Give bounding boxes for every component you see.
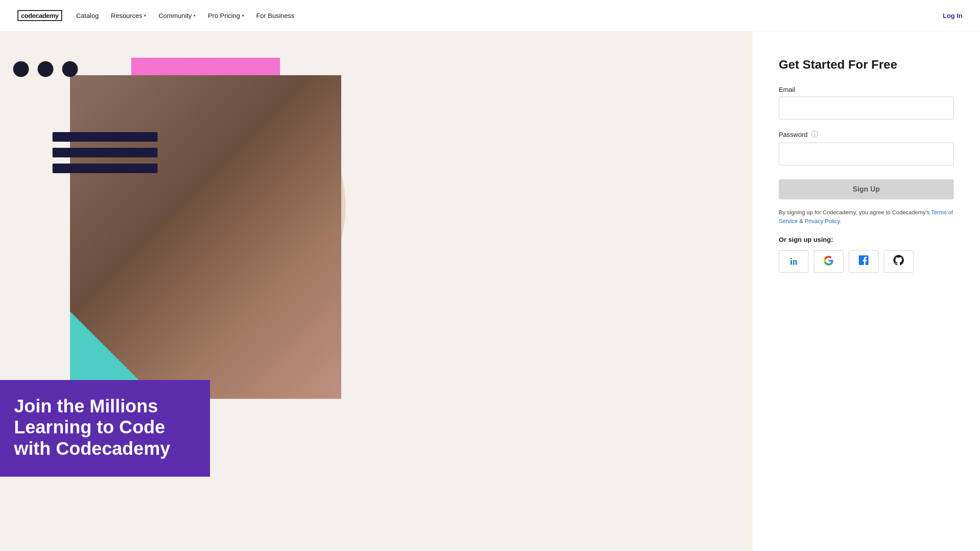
google-icon	[824, 256, 833, 268]
nav-item-pro-pricing[interactable]: Pro Pricing ▾	[208, 12, 244, 19]
dot-1	[13, 61, 29, 77]
linkedin-signup-button[interactable]: in	[779, 250, 808, 273]
community-link[interactable]: Community ▾	[158, 12, 196, 19]
navy-line-2	[52, 148, 158, 157]
hero-headline: Join the Millions Learning to Code with …	[14, 396, 192, 459]
github-icon	[893, 255, 904, 268]
chevron-down-icon: ▾	[242, 13, 244, 18]
community-label: Community	[158, 12, 192, 19]
password-label: Password ⓘ	[779, 130, 954, 139]
hero-section: Join the Millions Learning to Code with …	[0, 31, 752, 551]
navy-line-3	[52, 164, 158, 173]
pro-pricing-link[interactable]: Pro Pricing ▾	[208, 12, 244, 19]
chevron-down-icon: ▾	[144, 13, 146, 18]
nav-item-community[interactable]: Community ▾	[158, 12, 196, 19]
nav-item-for-business[interactable]: For Business	[256, 12, 295, 19]
social-buttons: in	[779, 250, 954, 273]
chevron-down-icon: ▾	[193, 13, 196, 18]
for-business-label: For Business	[256, 12, 295, 19]
email-field-group: Email	[779, 86, 954, 119]
headline-line1: Join the Millions	[14, 396, 158, 416]
logo-code: code	[21, 12, 35, 19]
facebook-icon	[859, 255, 868, 268]
terms-suffix: .	[840, 218, 841, 224]
email-input[interactable]	[779, 97, 954, 119]
dot-3	[62, 61, 78, 77]
decorative-dots	[13, 61, 78, 77]
pro-pricing-label: Pro Pricing	[208, 12, 240, 19]
nav-links: Catalog Resources ▾ Community ▾ Pro Pric…	[76, 12, 943, 19]
headline-line2: Learning to Code	[14, 417, 165, 437]
resources-link[interactable]: Resources ▾	[111, 12, 147, 19]
navy-lines	[52, 132, 158, 173]
resources-label: Resources	[111, 12, 143, 19]
headline-line3: with Codecademy	[14, 438, 170, 459]
nav-item-resources[interactable]: Resources ▾	[111, 12, 147, 19]
terms-prefix: By signing up for Codecademy, you agree …	[779, 209, 931, 216]
nav-item-catalog[interactable]: Catalog	[76, 12, 99, 19]
signup-form-section: Get Started For Free Email Password ⓘ Si…	[752, 31, 980, 551]
password-input[interactable]	[779, 143, 954, 165]
facebook-signup-button[interactable]	[849, 250, 878, 273]
form-title: Get Started For Free	[779, 58, 954, 72]
dot-2	[38, 61, 53, 77]
logo-cademy: cademy	[35, 12, 59, 19]
login-link[interactable]: Log In	[943, 12, 962, 19]
privacy-policy-link[interactable]: Privacy Policy	[805, 218, 840, 224]
signup-button[interactable]: Sign Up	[779, 179, 954, 199]
navy-line-1	[52, 132, 158, 142]
hero-photo	[70, 75, 341, 399]
hero-text-overlay: Join the Millions Learning to Code with …	[0, 380, 210, 477]
main-layout: Join the Millions Learning to Code with …	[0, 31, 980, 551]
catalog-link[interactable]: Catalog	[76, 12, 99, 19]
google-signup-button[interactable]	[814, 250, 844, 273]
navbar: codecademy Catalog Resources ▾ Community…	[0, 0, 980, 31]
terms-and: &	[798, 218, 805, 224]
terms-text: By signing up for Codecademy, you agree …	[779, 208, 954, 225]
logo[interactable]: codecademy	[18, 10, 62, 21]
password-field-group: Password ⓘ	[779, 130, 954, 165]
or-signup-label: Or sign up using:	[779, 236, 954, 243]
password-label-text: Password	[779, 131, 808, 138]
email-label: Email	[779, 86, 954, 93]
github-signup-button[interactable]	[884, 250, 914, 273]
linkedin-icon: in	[790, 257, 798, 267]
catalog-label: Catalog	[76, 12, 99, 19]
for-business-link[interactable]: For Business	[256, 12, 295, 19]
password-info-icon[interactable]: ⓘ	[811, 130, 818, 139]
email-label-text: Email	[779, 86, 795, 93]
